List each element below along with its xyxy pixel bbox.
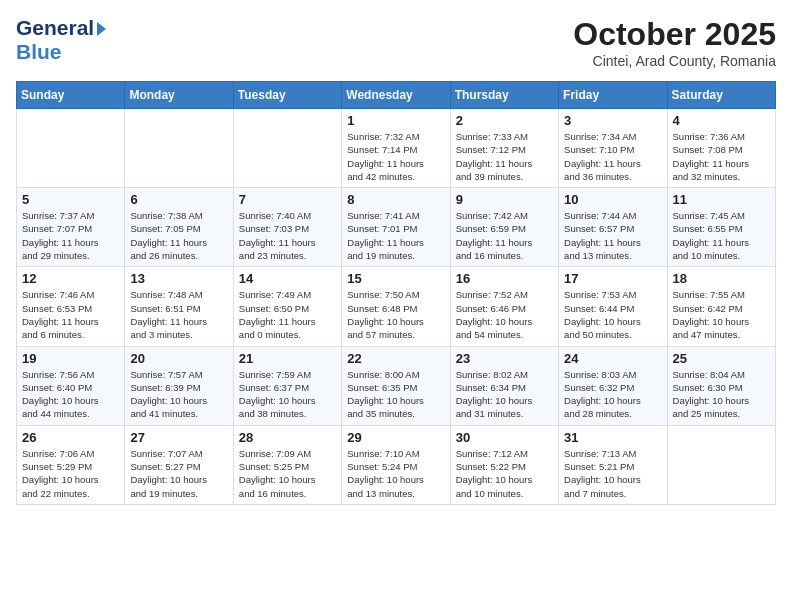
calendar-cell: 25Sunrise: 8:04 AM Sunset: 6:30 PM Dayli… <box>667 346 775 425</box>
day-number: 16 <box>456 271 553 286</box>
day-info: Sunrise: 8:02 AM Sunset: 6:34 PM Dayligh… <box>456 368 553 421</box>
weekday-header-monday: Monday <box>125 82 233 109</box>
day-info: Sunrise: 7:34 AM Sunset: 7:10 PM Dayligh… <box>564 130 661 183</box>
day-number: 6 <box>130 192 227 207</box>
logo-triangle-icon <box>97 22 106 36</box>
calendar-cell: 21Sunrise: 7:59 AM Sunset: 6:37 PM Dayli… <box>233 346 341 425</box>
calendar-week-row: 1Sunrise: 7:32 AM Sunset: 7:14 PM Daylig… <box>17 109 776 188</box>
calendar-cell <box>667 425 775 504</box>
day-info: Sunrise: 7:50 AM Sunset: 6:48 PM Dayligh… <box>347 288 444 341</box>
day-info: Sunrise: 7:48 AM Sunset: 6:51 PM Dayligh… <box>130 288 227 341</box>
calendar-week-row: 5Sunrise: 7:37 AM Sunset: 7:07 PM Daylig… <box>17 188 776 267</box>
calendar-cell: 18Sunrise: 7:55 AM Sunset: 6:42 PM Dayli… <box>667 267 775 346</box>
calendar-cell: 29Sunrise: 7:10 AM Sunset: 5:24 PM Dayli… <box>342 425 450 504</box>
calendar-cell: 17Sunrise: 7:53 AM Sunset: 6:44 PM Dayli… <box>559 267 667 346</box>
day-info: Sunrise: 7:55 AM Sunset: 6:42 PM Dayligh… <box>673 288 770 341</box>
day-info: Sunrise: 8:00 AM Sunset: 6:35 PM Dayligh… <box>347 368 444 421</box>
day-number: 1 <box>347 113 444 128</box>
day-number: 24 <box>564 351 661 366</box>
calendar-cell: 12Sunrise: 7:46 AM Sunset: 6:53 PM Dayli… <box>17 267 125 346</box>
calendar-cell: 27Sunrise: 7:07 AM Sunset: 5:27 PM Dayli… <box>125 425 233 504</box>
calendar-cell: 15Sunrise: 7:50 AM Sunset: 6:48 PM Dayli… <box>342 267 450 346</box>
day-number: 18 <box>673 271 770 286</box>
weekday-header-friday: Friday <box>559 82 667 109</box>
day-number: 28 <box>239 430 336 445</box>
day-info: Sunrise: 7:56 AM Sunset: 6:40 PM Dayligh… <box>22 368 119 421</box>
weekday-header-saturday: Saturday <box>667 82 775 109</box>
calendar-cell <box>17 109 125 188</box>
title-area: October 2025 Cintei, Arad County, Romani… <box>573 16 776 69</box>
day-number: 14 <box>239 271 336 286</box>
calendar-cell: 10Sunrise: 7:44 AM Sunset: 6:57 PM Dayli… <box>559 188 667 267</box>
calendar-cell: 13Sunrise: 7:48 AM Sunset: 6:51 PM Dayli… <box>125 267 233 346</box>
day-info: Sunrise: 7:06 AM Sunset: 5:29 PM Dayligh… <box>22 447 119 500</box>
calendar-header-row: SundayMondayTuesdayWednesdayThursdayFrid… <box>17 82 776 109</box>
calendar-cell: 22Sunrise: 8:00 AM Sunset: 6:35 PM Dayli… <box>342 346 450 425</box>
day-info: Sunrise: 7:59 AM Sunset: 6:37 PM Dayligh… <box>239 368 336 421</box>
day-number: 10 <box>564 192 661 207</box>
day-number: 23 <box>456 351 553 366</box>
day-number: 11 <box>673 192 770 207</box>
day-number: 13 <box>130 271 227 286</box>
calendar-cell: 30Sunrise: 7:12 AM Sunset: 5:22 PM Dayli… <box>450 425 558 504</box>
calendar-cell: 28Sunrise: 7:09 AM Sunset: 5:25 PM Dayli… <box>233 425 341 504</box>
calendar-week-row: 12Sunrise: 7:46 AM Sunset: 6:53 PM Dayli… <box>17 267 776 346</box>
day-number: 4 <box>673 113 770 128</box>
calendar-cell: 5Sunrise: 7:37 AM Sunset: 7:07 PM Daylig… <box>17 188 125 267</box>
day-number: 29 <box>347 430 444 445</box>
day-info: Sunrise: 7:45 AM Sunset: 6:55 PM Dayligh… <box>673 209 770 262</box>
day-number: 21 <box>239 351 336 366</box>
calendar-cell <box>125 109 233 188</box>
day-number: 20 <box>130 351 227 366</box>
day-number: 30 <box>456 430 553 445</box>
day-info: Sunrise: 7:38 AM Sunset: 7:05 PM Dayligh… <box>130 209 227 262</box>
day-info: Sunrise: 7:57 AM Sunset: 6:39 PM Dayligh… <box>130 368 227 421</box>
day-info: Sunrise: 7:44 AM Sunset: 6:57 PM Dayligh… <box>564 209 661 262</box>
calendar-table: SundayMondayTuesdayWednesdayThursdayFrid… <box>16 81 776 505</box>
logo-general: General <box>16 16 94 40</box>
calendar-cell <box>233 109 341 188</box>
day-info: Sunrise: 7:46 AM Sunset: 6:53 PM Dayligh… <box>22 288 119 341</box>
day-number: 26 <box>22 430 119 445</box>
logo-blue: Blue <box>16 40 62 63</box>
calendar-cell: 23Sunrise: 8:02 AM Sunset: 6:34 PM Dayli… <box>450 346 558 425</box>
day-number: 8 <box>347 192 444 207</box>
calendar-cell: 14Sunrise: 7:49 AM Sunset: 6:50 PM Dayli… <box>233 267 341 346</box>
day-info: Sunrise: 7:10 AM Sunset: 5:24 PM Dayligh… <box>347 447 444 500</box>
day-info: Sunrise: 7:41 AM Sunset: 7:01 PM Dayligh… <box>347 209 444 262</box>
day-number: 9 <box>456 192 553 207</box>
calendar-cell: 4Sunrise: 7:36 AM Sunset: 7:08 PM Daylig… <box>667 109 775 188</box>
day-info: Sunrise: 8:03 AM Sunset: 6:32 PM Dayligh… <box>564 368 661 421</box>
calendar-cell: 2Sunrise: 7:33 AM Sunset: 7:12 PM Daylig… <box>450 109 558 188</box>
day-info: Sunrise: 7:33 AM Sunset: 7:12 PM Dayligh… <box>456 130 553 183</box>
weekday-header-thursday: Thursday <box>450 82 558 109</box>
calendar-week-row: 19Sunrise: 7:56 AM Sunset: 6:40 PM Dayli… <box>17 346 776 425</box>
weekday-header-sunday: Sunday <box>17 82 125 109</box>
calendar-cell: 11Sunrise: 7:45 AM Sunset: 6:55 PM Dayli… <box>667 188 775 267</box>
location-subtitle: Cintei, Arad County, Romania <box>573 53 776 69</box>
day-number: 5 <box>22 192 119 207</box>
calendar-cell: 26Sunrise: 7:06 AM Sunset: 5:29 PM Dayli… <box>17 425 125 504</box>
day-number: 7 <box>239 192 336 207</box>
day-info: Sunrise: 7:07 AM Sunset: 5:27 PM Dayligh… <box>130 447 227 500</box>
calendar-cell: 31Sunrise: 7:13 AM Sunset: 5:21 PM Dayli… <box>559 425 667 504</box>
day-number: 15 <box>347 271 444 286</box>
calendar-cell: 3Sunrise: 7:34 AM Sunset: 7:10 PM Daylig… <box>559 109 667 188</box>
day-number: 17 <box>564 271 661 286</box>
calendar-cell: 19Sunrise: 7:56 AM Sunset: 6:40 PM Dayli… <box>17 346 125 425</box>
day-number: 22 <box>347 351 444 366</box>
calendar-cell: 9Sunrise: 7:42 AM Sunset: 6:59 PM Daylig… <box>450 188 558 267</box>
calendar-cell: 1Sunrise: 7:32 AM Sunset: 7:14 PM Daylig… <box>342 109 450 188</box>
day-number: 2 <box>456 113 553 128</box>
day-info: Sunrise: 7:40 AM Sunset: 7:03 PM Dayligh… <box>239 209 336 262</box>
day-number: 31 <box>564 430 661 445</box>
calendar-cell: 16Sunrise: 7:52 AM Sunset: 6:46 PM Dayli… <box>450 267 558 346</box>
day-info: Sunrise: 7:52 AM Sunset: 6:46 PM Dayligh… <box>456 288 553 341</box>
calendar-cell: 6Sunrise: 7:38 AM Sunset: 7:05 PM Daylig… <box>125 188 233 267</box>
calendar-cell: 7Sunrise: 7:40 AM Sunset: 7:03 PM Daylig… <box>233 188 341 267</box>
calendar-cell: 20Sunrise: 7:57 AM Sunset: 6:39 PM Dayli… <box>125 346 233 425</box>
month-title: October 2025 <box>573 16 776 53</box>
page-header: General Blue October 2025 Cintei, Arad C… <box>16 16 776 69</box>
weekday-header-wednesday: Wednesday <box>342 82 450 109</box>
logo: General Blue <box>16 16 106 64</box>
